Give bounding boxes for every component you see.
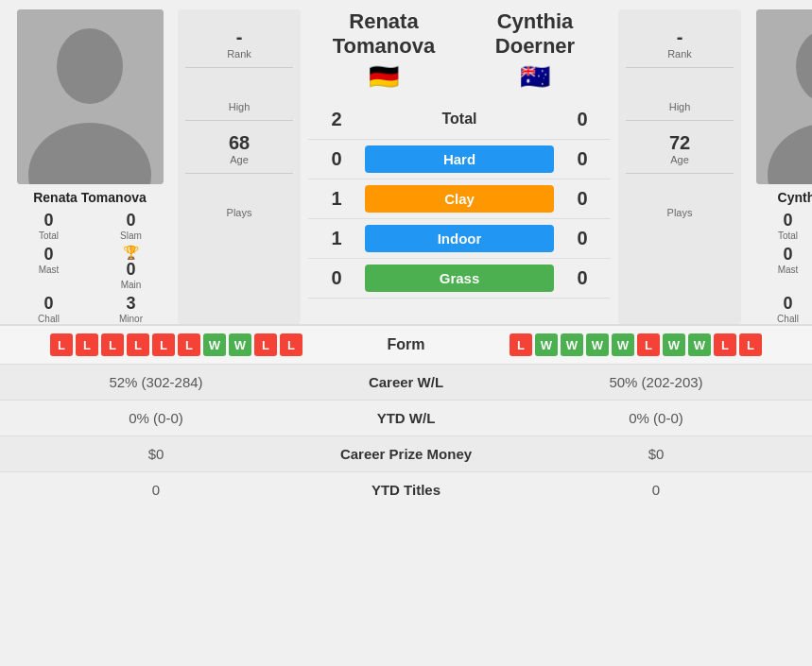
form-badge-w: W — [229, 333, 251, 356]
form-badge-w: W — [663, 333, 685, 356]
prize-money-row: $0 Career Prize Money $0 — [0, 435, 812, 471]
total-row: 2 Total 0 — [308, 99, 611, 140]
ytd-wl-row: 0% (0-0) YTD W/L 0% (0-0) — [0, 400, 812, 435]
ytd-titles-row: 0 YTD Titles 0 — [0, 471, 812, 507]
form-badge-l: L — [280, 333, 302, 356]
right-name-header2: Doerner — [459, 34, 611, 59]
right-stat-total: 0 Total — [749, 211, 812, 241]
form-badge-l: L — [152, 333, 175, 356]
right-rank-row: - Rank — [626, 19, 734, 68]
left-name-header2: Tomanova — [308, 34, 459, 59]
form-badge-w: W — [203, 333, 226, 356]
form-badge-l: L — [127, 333, 149, 356]
left-rank-row: - Rank — [185, 19, 293, 68]
left-stat-mast: 0 Mast — [9, 245, 88, 290]
left-form-badges: LLLLLLWWLL — [9, 333, 302, 356]
hard-row: 0 Hard 0 — [308, 140, 611, 179]
right-player-name: Cynthia Doerner — [778, 190, 812, 205]
left-ytd-titles: 0 — [9, 482, 302, 498]
grass-row: 0 Grass 0 — [308, 259, 611, 299]
career-wl-row: 52% (302-284) Career W/L 50% (202-203) — [0, 364, 812, 400]
indoor-row: 1 Indoor 0 — [308, 219, 611, 259]
form-badge-l: L — [254, 333, 277, 356]
left-name-header: Renata — [308, 9, 459, 34]
left-stat-minor: 3 Minor — [92, 294, 170, 324]
left-flag: 🇩🇪 — [308, 62, 459, 92]
form-badge-w: W — [688, 333, 711, 356]
right-prize-money: $0 — [510, 446, 803, 462]
right-ytd-wl: 0% (0-0) — [510, 410, 803, 426]
right-plays-row: Plays — [626, 178, 734, 226]
center-panel: Renata Tomanova 🇩🇪 Cynthia Doerner 🇦🇺 2 … — [308, 9, 611, 324]
form-badge-l: L — [739, 333, 762, 356]
left-ytd-wl: 0% (0-0) — [9, 410, 302, 426]
right-name-header: Cynthia — [459, 9, 611, 34]
form-badge-w: W — [586, 333, 609, 356]
right-player-avatar — [756, 9, 813, 184]
main-container: Renata Tomanova 0 Total 0 Slam 0 Mast 🏆 … — [0, 0, 812, 666]
left-prize-money: $0 — [9, 446, 302, 462]
right-stat-mast: 0 Mast — [749, 245, 812, 290]
right-ytd-titles: 0 — [510, 482, 803, 498]
left-player-card: Renata Tomanova 0 Total 0 Slam 0 Mast 🏆 … — [9, 9, 170, 324]
right-flag: 🇦🇺 — [459, 62, 611, 92]
form-badge-l: L — [637, 333, 660, 356]
ytd-wl-label: YTD W/L — [302, 410, 510, 426]
left-plays-row: Plays — [185, 178, 293, 226]
right-player-card: Cynthia Doerner 0 Total 0 Slam 0 Mast 🏆 … — [749, 9, 812, 324]
right-high-row: High — [626, 72, 734, 121]
clay-row: 1 Clay 0 — [308, 179, 611, 219]
left-player-avatar — [17, 9, 164, 184]
left-trophy-icon: 🏆 — [123, 245, 139, 260]
left-stat-chall: 0 Chall — [9, 294, 88, 324]
left-player-name: Renata Tomanova — [33, 190, 147, 205]
left-player-stats: 0 Total 0 Slam 0 Mast 🏆 0 Main 0 — [9, 211, 170, 324]
form-badge-l: L — [178, 333, 200, 356]
left-stat-slam: 0 Slam — [92, 211, 170, 241]
prize-money-label: Career Prize Money — [302, 446, 510, 462]
career-wl-label: Career W/L — [302, 374, 510, 390]
left-mid-stats: - Rank High 68 Age Plays — [178, 9, 301, 324]
form-badge-w: W — [612, 333, 634, 356]
right-stat-chall: 0 Chall — [749, 294, 812, 324]
left-age-row: 68 Age — [185, 125, 293, 174]
left-high-row: High — [185, 72, 293, 121]
form-badge-l: L — [101, 333, 124, 356]
form-badge-l: L — [76, 333, 98, 356]
ytd-titles-label: YTD Titles — [302, 482, 510, 498]
right-form-badges: LWWWWLWWLL — [510, 333, 803, 356]
svg-point-1 — [57, 28, 123, 104]
left-stat-total: 0 Total — [9, 211, 88, 241]
bottom-section: LLLLLLWWLL Form LWWWWLWWLL 52% (302-284)… — [0, 324, 812, 507]
form-badge-w: W — [535, 333, 558, 356]
right-mid-stats: - Rank High 72 Age Plays — [618, 9, 741, 324]
left-career-wl: 52% (302-284) — [9, 374, 302, 390]
right-age-row: 72 Age — [626, 125, 734, 174]
form-badge-l: L — [510, 333, 532, 356]
right-career-wl: 50% (202-203) — [510, 374, 803, 390]
right-player-stats: 0 Total 0 Slam 0 Mast 🏆 0 Main 0 — [749, 211, 812, 324]
form-label: Form — [302, 336, 510, 353]
form-row: LLLLLLWWLL Form LWWWWLWWLL — [0, 324, 812, 364]
form-badge-l: L — [50, 333, 73, 356]
form-badge-l: L — [714, 333, 736, 356]
left-stat-main-wrapper: 🏆 0 Main — [92, 245, 170, 290]
top-section: Renata Tomanova 0 Total 0 Slam 0 Mast 🏆 … — [0, 0, 812, 324]
form-badge-w: W — [561, 333, 583, 356]
